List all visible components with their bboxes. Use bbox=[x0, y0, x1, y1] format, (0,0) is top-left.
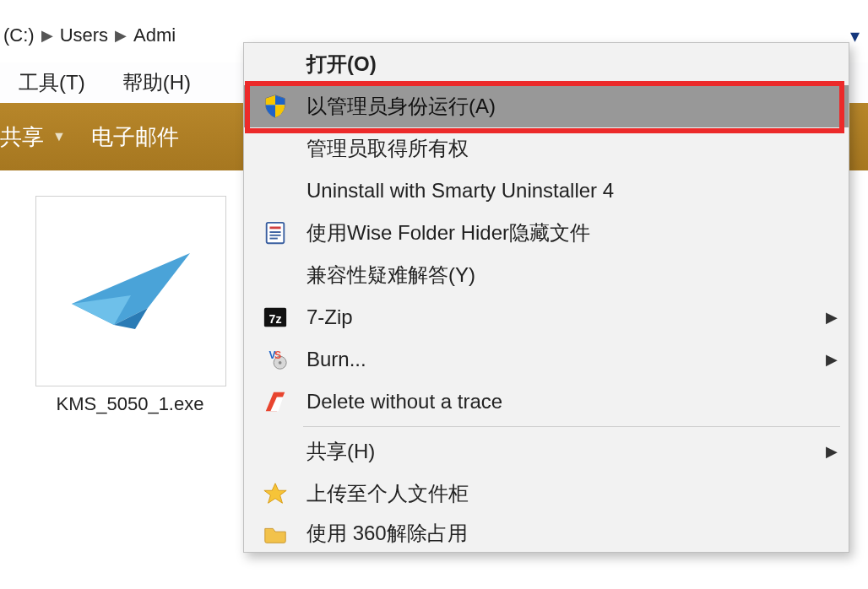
ctx-7zip[interactable]: 7z 7-Zip ▶ bbox=[244, 296, 849, 338]
breadcrumb-users[interactable]: Users bbox=[57, 24, 111, 46]
cmd-email[interactable]: 电子邮件 bbox=[91, 122, 204, 152]
breadcrumb-sep-icon: ▶ bbox=[38, 26, 57, 45]
ctx-delete-without-trace-label: Delete without a trace bbox=[307, 390, 815, 413]
ctx-admin-take-ownership[interactable]: 管理员取得所有权 bbox=[244, 127, 849, 170]
svg-marker-0 bbox=[72, 253, 190, 325]
svg-text:S: S bbox=[274, 349, 281, 361]
ctx-smarty-uninstall-label: Uninstall with Smarty Uninstaller 4 bbox=[307, 179, 815, 203]
menu-help[interactable]: 帮助(H) bbox=[104, 69, 209, 96]
submenu-arrow-icon: ▶ bbox=[815, 308, 849, 327]
cmd-email-label: 电子邮件 bbox=[91, 122, 179, 152]
ctx-delete-without-trace[interactable]: Delete without a trace bbox=[244, 381, 849, 423]
ctx-upload-locker-label: 上传至个人文件柜 bbox=[307, 480, 815, 507]
breadcrumb-sep-icon: ▶ bbox=[111, 26, 130, 45]
ctx-360-unlock-label: 使用 360解除占用 bbox=[307, 520, 815, 547]
context-menu: 打开(O) 以管理员身份运行(A) 管理员取得所有权 bbox=[243, 42, 849, 553]
ctx-wise-folder-hider[interactable]: 使用Wise Folder Hider隐藏文件 bbox=[244, 212, 849, 254]
uac-shield-icon bbox=[263, 94, 288, 119]
breadcrumb-admin[interactable]: Admi bbox=[130, 24, 179, 46]
ctx-burn[interactable]: V S Burn... ▶ bbox=[244, 338, 849, 381]
document-icon bbox=[263, 220, 288, 246]
explorer-window: (C:) ▶ Users ▶ Admi ▾ 工具(T) 帮助(H) 共享 ▼ 电… bbox=[0, 0, 868, 589]
svg-marker-16 bbox=[264, 484, 286, 503]
delete-trace-icon bbox=[263, 389, 288, 414]
ctx-wise-folder-hider-label: 使用Wise Folder Hider隐藏文件 bbox=[307, 219, 815, 246]
svg-rect-6 bbox=[269, 235, 280, 236]
7zip-icon: 7z bbox=[263, 305, 288, 330]
ctx-open[interactable]: 打开(O) bbox=[244, 43, 849, 85]
ctx-compat-troubleshoot[interactable]: 兼容性疑难解答(Y) bbox=[244, 254, 849, 296]
folder-icon bbox=[263, 521, 288, 546]
paper-plane-icon bbox=[68, 245, 194, 338]
ctx-upload-locker[interactable]: 上传至个人文件柜 bbox=[244, 473, 849, 515]
file-name: KMS_5050_1.exe bbox=[35, 393, 225, 415]
ctx-360-unlock[interactable]: 使用 360解除占用 bbox=[244, 515, 849, 552]
vso-burn-icon: V S bbox=[263, 347, 288, 372]
address-bar[interactable]: (C:) ▶ Users ▶ Admi bbox=[0, 20, 179, 51]
svg-point-11 bbox=[279, 361, 282, 365]
address-dropdown-icon[interactable]: ▾ bbox=[850, 25, 860, 47]
ctx-share-label: 共享(H) bbox=[307, 438, 815, 465]
submenu-arrow-icon: ▶ bbox=[815, 442, 849, 461]
ctx-compat-troubleshoot-label: 兼容性疑难解答(Y) bbox=[307, 262, 815, 289]
ctx-share[interactable]: 共享(H) ▶ bbox=[244, 430, 849, 473]
ctx-burn-label: Burn... bbox=[307, 348, 815, 371]
cmd-share[interactable]: 共享 ▼ bbox=[0, 122, 91, 152]
ctx-admin-take-ownership-label: 管理员取得所有权 bbox=[307, 135, 815, 162]
svg-text:7z: 7z bbox=[269, 312, 282, 326]
ctx-7zip-label: 7-Zip bbox=[307, 305, 815, 329]
ctx-smarty-uninstall[interactable]: Uninstall with Smarty Uninstaller 4 bbox=[244, 170, 849, 212]
svg-rect-4 bbox=[269, 227, 280, 230]
ctx-run-as-admin-label: 以管理员身份运行(A) bbox=[307, 93, 815, 120]
file-thumbnail bbox=[35, 196, 226, 386]
file-item[interactable]: KMS_5050_1.exe bbox=[35, 196, 225, 415]
context-menu-separator bbox=[303, 426, 840, 427]
submenu-arrow-icon: ▶ bbox=[815, 350, 849, 369]
svg-rect-5 bbox=[269, 231, 280, 233]
ctx-run-as-admin[interactable]: 以管理员身份运行(A) bbox=[244, 85, 849, 127]
breadcrumb-drive[interactable]: (C:) bbox=[0, 24, 38, 46]
dropdown-icon: ▼ bbox=[52, 129, 66, 144]
ctx-open-label: 打开(O) bbox=[307, 51, 815, 78]
menu-tools[interactable]: 工具(T) bbox=[0, 69, 104, 96]
star-icon bbox=[263, 481, 288, 506]
cmd-share-label: 共享 bbox=[0, 122, 44, 152]
svg-rect-7 bbox=[269, 238, 277, 240]
